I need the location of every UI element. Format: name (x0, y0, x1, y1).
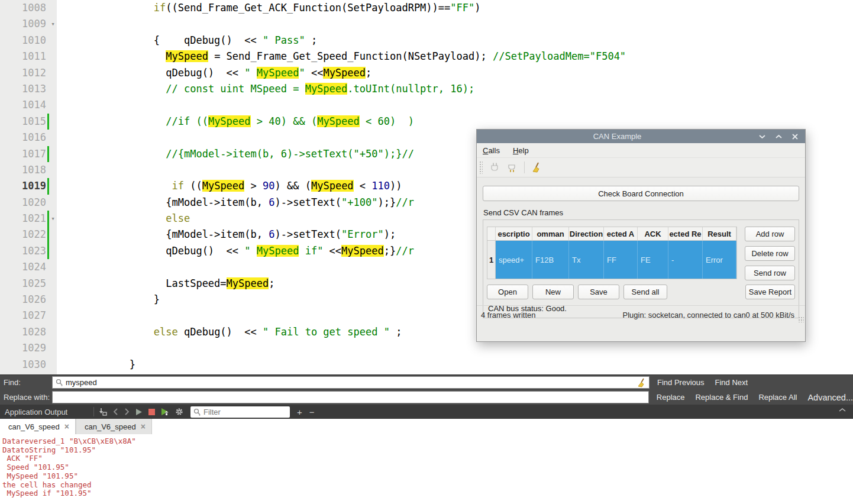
send-all-button[interactable]: Send all (623, 285, 667, 299)
code-line[interactable]: } (57, 357, 853, 373)
find-input[interactable] (66, 377, 649, 387)
close-tab-icon[interactable]: × (64, 422, 69, 431)
find-label: Find: (0, 378, 52, 387)
replace-and-find-button[interactable]: Replace & Find (695, 393, 748, 402)
add-row-button[interactable]: Add row (745, 227, 795, 241)
can-example-window: CAN Example CallsHelp (476, 129, 806, 342)
table-cell[interactable]: Tx (569, 241, 604, 279)
column-header[interactable]: omman (532, 227, 569, 241)
maximize-window-icon[interactable] (774, 133, 783, 141)
frames-written-label: 4 frames written (477, 311, 622, 319)
fold-marker-icon[interactable]: ▾ (49, 16, 57, 32)
previous-item-icon[interactable] (113, 408, 118, 415)
code-line[interactable] (57, 16, 853, 32)
zoom-out-button[interactable]: − (309, 407, 315, 417)
code-line[interactable]: //if ((MySpeed > 40) && (MySpeed < 60) ) (57, 114, 853, 130)
column-header[interactable]: escriptio (496, 227, 532, 241)
code-line[interactable]: // const uint MSpeed = MySpeed.toUInt(nu… (57, 81, 853, 97)
run-icon[interactable] (161, 408, 169, 416)
code-segment: {mModel->item(b, (57, 228, 269, 240)
delete-row-button[interactable]: Delete row (745, 246, 795, 261)
code-segment: MySpeed (305, 83, 348, 95)
gutter-line: 1022 (0, 227, 57, 243)
gear-icon[interactable] (175, 408, 183, 416)
table-cell[interactable]: F12B (532, 241, 569, 279)
clear-broom-icon[interactable] (531, 161, 542, 173)
console-output[interactable]: Datareversed_1 "B\xCB\xE8\x8A"DatatoStri… (0, 434, 853, 504)
table-cell[interactable]: FF (604, 241, 638, 279)
column-header[interactable]: Direction (569, 227, 604, 241)
code-line[interactable] (57, 97, 853, 113)
change-marker (47, 178, 49, 194)
disconnect-plug-icon[interactable] (506, 161, 518, 173)
menu-item-help[interactable]: Help (513, 146, 529, 155)
line-number: 1018 (0, 162, 46, 178)
menu-item-calls[interactable]: Calls (483, 146, 500, 155)
code-segment: "FF" (450, 2, 474, 14)
send-row-button[interactable]: Send row (745, 266, 795, 280)
console-line: the cell has changed (2, 481, 853, 490)
column-header[interactable]: ected A (604, 227, 638, 241)
code-segment: //if (( (166, 115, 208, 127)
gutter-line: 1019 (0, 178, 57, 194)
code-segment (57, 180, 172, 192)
code-segment: MySpeed (202, 180, 245, 192)
replace-input[interactable] (56, 392, 648, 402)
code-line[interactable]: MySpeed = Send_Frame_Get_Speed_Function(… (57, 49, 853, 64)
code-line[interactable]: if((Send_Frame_Get_ACK_Function(SetPaylo… (57, 0, 853, 16)
replace-button[interactable]: Replace (657, 393, 685, 402)
code-segment: ((Send_Frame_Get_ACK_Function(SetPayload… (166, 2, 450, 14)
save-report-button[interactable]: Save Report (745, 285, 795, 299)
shade-window-icon[interactable] (758, 133, 766, 141)
code-line[interactable] (57, 340, 853, 356)
close-tab-icon[interactable]: × (141, 422, 146, 431)
line-number: 1023 (0, 243, 46, 259)
can-window-titlebar[interactable]: CAN Example (477, 130, 805, 143)
code-line[interactable]: qDebug() << " MySpeed" <<MySpeed; (57, 65, 853, 81)
collapse-pane-icon[interactable] (839, 408, 846, 412)
highlight-brush-icon[interactable] (636, 378, 647, 388)
code-line[interactable]: { qDebug() << " Pass" ; (57, 33, 853, 49)
zoom-in-button[interactable]: + (297, 407, 302, 417)
check-board-connection-button[interactable]: Check Board Connection (483, 186, 799, 201)
table-cell[interactable]: FE (638, 241, 668, 279)
toolbar-drag-handle[interactable] (479, 161, 483, 174)
column-header[interactable]: Result (703, 227, 736, 241)
fold-marker-icon[interactable]: ▾ (49, 211, 57, 227)
replace-all-button[interactable]: Replace All (758, 393, 797, 402)
frames-table-header: escriptioommanDirectionected AACKected R… (487, 227, 736, 241)
frames-groupbox: escriptioommanDirectionected AACKected R… (483, 219, 799, 318)
rerun-icon[interactable] (135, 408, 143, 416)
output-tab[interactable]: can_V6_speed× (76, 419, 152, 434)
pin-output-icon[interactable] (99, 408, 107, 416)
filter-search-icon[interactable] (193, 408, 201, 416)
new-button[interactable]: New (532, 285, 574, 299)
console-line: MySpeed if "101.95" (2, 489, 853, 498)
column-header[interactable]: ected Re (668, 227, 703, 241)
code-segment: MySpeed (257, 67, 299, 79)
open-button[interactable]: Open (487, 285, 528, 299)
connect-plug-icon[interactable] (489, 161, 500, 173)
code-segment: MySpeed (317, 115, 360, 127)
save-button[interactable]: Save (578, 285, 619, 299)
code-segment: << (323, 245, 341, 257)
next-item-icon[interactable] (124, 408, 130, 415)
advanced-button[interactable]: Advanced... (807, 393, 853, 402)
column-header[interactable]: ACK (638, 227, 668, 241)
resize-grip[interactable] (798, 316, 804, 322)
find-next-button[interactable]: Find Next (715, 378, 748, 387)
filter-input[interactable] (203, 408, 308, 416)
can-window-title: CAN Example (477, 132, 758, 141)
stop-icon[interactable] (148, 409, 155, 415)
line-number: 1016 (0, 130, 46, 146)
line-number: 1009 (0, 16, 46, 32)
close-window-icon[interactable] (791, 133, 799, 141)
find-previous-button[interactable]: Find Previous (657, 378, 704, 387)
table-cell[interactable]: - (668, 241, 703, 279)
code-segment: ); (384, 228, 396, 240)
table-cell[interactable]: Error (703, 241, 736, 279)
row-header-cell[interactable]: 1 (487, 241, 496, 279)
table-cell[interactable]: speed+ (496, 241, 532, 279)
frames-table-row[interactable]: 1speed+F12BTxFFFE-Error (487, 241, 736, 279)
output-tab[interactable]: can_V6_speed× (0, 419, 76, 434)
